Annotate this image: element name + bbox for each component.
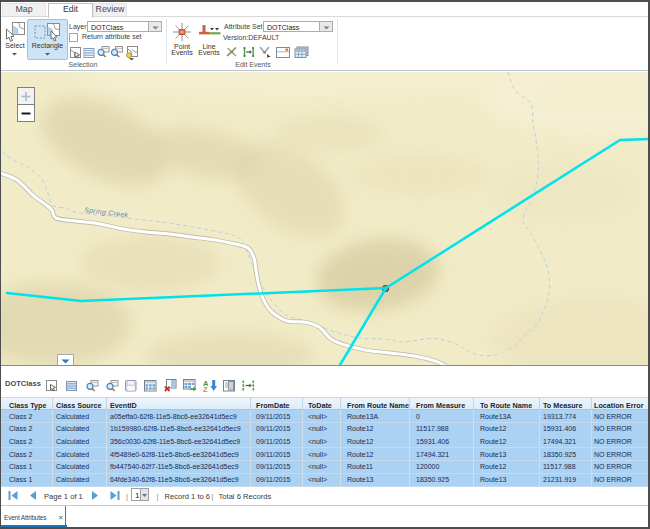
svg-text:Z: Z bbox=[203, 385, 208, 392]
